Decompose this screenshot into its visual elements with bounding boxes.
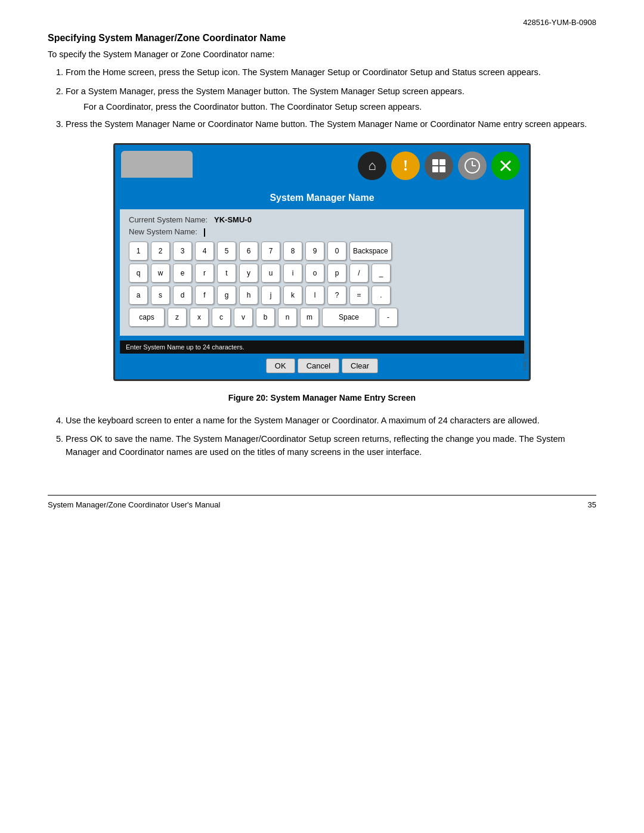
key-r[interactable]: r — [195, 264, 214, 283]
key-row-1: 1 2 3 4 5 6 7 8 9 0 Backspace — [129, 241, 515, 261]
device-icons: ⌂ ! — [358, 151, 520, 180]
section-title: Specifying System Manager/Zone Coordinat… — [48, 33, 596, 44]
key-v[interactable]: v — [234, 308, 253, 327]
key-underscore[interactable]: _ — [371, 264, 391, 283]
device-tab — [121, 151, 193, 178]
home-icon[interactable]: ⌂ — [358, 151, 386, 180]
key-i[interactable]: i — [283, 264, 302, 283]
key-1[interactable]: 1 — [129, 241, 148, 261]
screen-content: Current System Name: YK-SMU-0 New System… — [120, 209, 524, 336]
key-4[interactable]: 4 — [195, 241, 214, 261]
key-c[interactable]: c — [212, 308, 231, 327]
close-icon[interactable] — [491, 151, 520, 180]
alert-icon[interactable]: ! — [391, 151, 420, 180]
key-question[interactable]: ? — [327, 286, 346, 305]
steps-list-2: Use the keyboard screen to enter a name … — [66, 414, 596, 459]
key-s[interactable]: s — [151, 286, 170, 305]
device-top-bar: ⌂ ! — [115, 145, 529, 187]
key-6[interactable]: 6 — [239, 241, 258, 261]
key-u[interactable]: u — [261, 264, 280, 283]
clear-button[interactable]: Clear — [342, 358, 378, 373]
key-9[interactable]: 9 — [305, 241, 324, 261]
key-a[interactable]: a — [129, 286, 148, 305]
key-z[interactable]: z — [168, 308, 187, 327]
key-d[interactable]: d — [173, 286, 192, 305]
key-w[interactable]: w — [151, 264, 170, 283]
key-2[interactable]: 2 — [151, 241, 170, 261]
keyboard: 1 2 3 4 5 6 7 8 9 0 Backspace q w e — [129, 241, 515, 327]
key-g[interactable]: g — [217, 286, 236, 305]
key-space[interactable]: Space — [322, 308, 376, 327]
key-row-2: q w e r t y u i o p / _ — [129, 264, 515, 283]
current-name-row: Current System Name: YK-SMU-0 — [129, 215, 515, 224]
step-1: From the Home screen, press the Setup ic… — [66, 66, 596, 79]
bottom-buttons: OK Cancel Clear — [115, 354, 529, 379]
key-h[interactable]: h — [239, 286, 258, 305]
watermark: FRE Systems — [522, 341, 528, 370]
key-p[interactable]: p — [327, 264, 346, 283]
footer: System Manager/Zone Coordinator User's M… — [48, 495, 596, 509]
step-5: Press OK to save the name. The System Ma… — [66, 433, 596, 459]
new-name-label: New System Name: — [129, 227, 197, 236]
key-3[interactable]: 3 — [173, 241, 192, 261]
clock-icon[interactable] — [458, 151, 487, 180]
status-bar: Enter System Name up to 24 characters. — [120, 340, 524, 354]
current-name-label: Current System Name: — [129, 215, 208, 224]
current-name-value: YK-SMU-0 — [214, 215, 252, 224]
key-f[interactable]: f — [195, 286, 214, 305]
key-caps[interactable]: caps — [129, 308, 165, 327]
key-period[interactable]: . — [371, 286, 391, 305]
key-5[interactable]: 5 — [217, 241, 236, 261]
figure-caption: Figure 20: System Manager Name Entry Scr… — [48, 393, 596, 402]
screen-title: System Manager Name — [115, 187, 529, 209]
key-backspace[interactable]: Backspace — [349, 241, 392, 261]
steps-list: From the Home screen, press the Setup ic… — [66, 66, 596, 131]
key-0[interactable]: 0 — [327, 241, 346, 261]
key-slash[interactable]: / — [349, 264, 369, 283]
step-3: Press the System Manager Name or Coordin… — [66, 118, 596, 131]
key-o[interactable]: o — [305, 264, 324, 283]
svg-rect-3 — [439, 166, 445, 172]
key-j[interactable]: j — [261, 286, 280, 305]
step-2: For a System Manager, press the System M… — [66, 85, 596, 98]
step-4: Use the keyboard screen to enter a name … — [66, 414, 596, 428]
key-7[interactable]: 7 — [261, 241, 280, 261]
key-y[interactable]: y — [239, 264, 258, 283]
svg-rect-2 — [432, 166, 438, 172]
ok-button[interactable]: OK — [266, 358, 295, 373]
footer-left: System Manager/Zone Coordinator User's M… — [48, 500, 220, 509]
key-b[interactable]: b — [256, 308, 275, 327]
key-q[interactable]: q — [129, 264, 148, 283]
key-n[interactable]: n — [278, 308, 297, 327]
footer-right: 35 — [588, 500, 596, 509]
doc-number: 428516-YUM-B-0908 — [48, 18, 596, 27]
screen-area: System Manager Name Current System Name:… — [115, 187, 529, 379]
intro-text: To specify the System Manager or Zone Co… — [48, 49, 596, 59]
svg-rect-1 — [439, 159, 445, 165]
key-l[interactable]: l — [305, 286, 324, 305]
key-row-3: a s d f g h j k l ? = . — [129, 286, 515, 305]
key-minus[interactable]: - — [379, 308, 398, 327]
cancel-button[interactable]: Cancel — [298, 358, 339, 373]
new-name-row: New System Name: — [129, 227, 515, 237]
key-equals[interactable]: = — [349, 286, 369, 305]
key-t[interactable]: t — [217, 264, 236, 283]
key-x[interactable]: x — [190, 308, 209, 327]
key-m[interactable]: m — [300, 308, 319, 327]
key-8[interactable]: 8 — [283, 241, 302, 261]
key-e[interactable]: e — [173, 264, 192, 283]
svg-rect-0 — [432, 159, 438, 165]
grid-icon[interactable] — [425, 151, 453, 180]
sub-para: For a Coordinator, press the Coordinator… — [83, 101, 596, 114]
device-frame: ⌂ ! — [113, 143, 531, 381]
text-cursor — [204, 228, 205, 237]
key-k[interactable]: k — [283, 286, 302, 305]
key-row-4: caps z x c v b n m Space - — [129, 308, 515, 327]
